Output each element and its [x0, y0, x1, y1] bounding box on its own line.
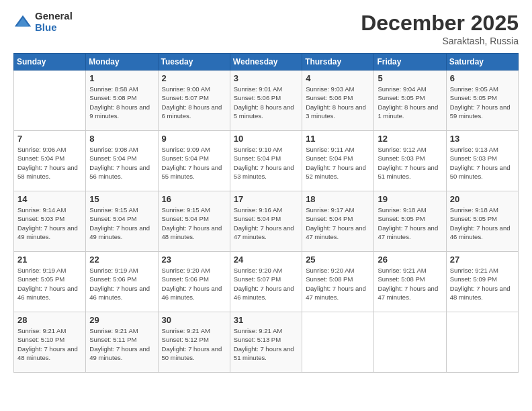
logo-blue: Blue [35, 22, 73, 34]
calendar-cell: 21Sunrise: 9:19 AMSunset: 5:05 PMDayligh… [14, 252, 86, 312]
day-info: Sunrise: 9:08 AMSunset: 5:04 PMDaylight:… [89, 145, 154, 181]
calendar-page: General Blue December 2025 Saraktash, Ru… [0, 0, 532, 411]
title-area: December 2025 Saraktash, Russia [361, 11, 519, 46]
calendar-cell: 29Sunrise: 9:21 AMSunset: 5:11 PMDayligh… [86, 312, 158, 373]
day-number: 25 [306, 255, 370, 265]
header-saturday: Saturday [446, 54, 518, 71]
calendar-cell: 24Sunrise: 9:20 AMSunset: 5:07 PMDayligh… [230, 252, 302, 312]
day-number: 28 [17, 315, 82, 325]
day-number: 20 [450, 194, 515, 204]
day-number: 16 [162, 194, 226, 204]
day-info: Sunrise: 9:12 AMSunset: 5:03 PMDaylight:… [378, 145, 442, 181]
logo-text: General Blue [35, 11, 73, 33]
day-info: Sunrise: 9:10 AMSunset: 5:04 PMDaylight:… [234, 145, 298, 181]
day-info: Sunrise: 9:13 AMSunset: 5:03 PMDaylight:… [450, 145, 515, 181]
day-number: 10 [234, 134, 298, 144]
header-monday: Monday [86, 54, 158, 71]
calendar-cell: 19Sunrise: 9:18 AMSunset: 5:05 PMDayligh… [374, 191, 446, 252]
calendar-cell: 4Sunrise: 9:03 AMSunset: 5:06 PMDaylight… [302, 71, 374, 131]
day-info: Sunrise: 9:03 AMSunset: 5:06 PMDaylight:… [306, 85, 370, 120]
day-number: 15 [89, 194, 154, 204]
day-number: 11 [306, 134, 370, 144]
calendar-cell: 1Sunrise: 8:58 AMSunset: 5:08 PMDaylight… [86, 71, 158, 131]
calendar-cell: 25Sunrise: 9:20 AMSunset: 5:08 PMDayligh… [302, 252, 374, 312]
calendar-header: Sunday Monday Tuesday Wednesday Thursday… [14, 54, 519, 71]
day-info: Sunrise: 9:14 AMSunset: 5:03 PMDaylight:… [17, 205, 82, 241]
logo-icon [13, 13, 32, 32]
calendar-cell: 22Sunrise: 9:19 AMSunset: 5:06 PMDayligh… [86, 252, 158, 312]
calendar-cell: 30Sunrise: 9:21 AMSunset: 5:12 PMDayligh… [158, 312, 230, 373]
calendar-cell [446, 312, 518, 373]
day-number: 18 [306, 194, 370, 204]
logo-general: General [35, 11, 73, 22]
day-info: Sunrise: 9:04 AMSunset: 5:05 PMDaylight:… [378, 85, 442, 120]
day-info: Sunrise: 9:21 AMSunset: 5:10 PMDaylight:… [17, 326, 82, 362]
month-title: December 2025 [361, 11, 519, 36]
calendar-table: Sunday Monday Tuesday Wednesday Thursday… [13, 53, 519, 373]
day-info: Sunrise: 9:21 AMSunset: 5:09 PMDaylight:… [450, 266, 515, 302]
header-wednesday: Wednesday [230, 54, 302, 71]
header-thursday: Thursday [302, 54, 374, 71]
header-tuesday: Tuesday [158, 54, 230, 71]
day-number: 23 [162, 255, 226, 265]
calendar-cell: 27Sunrise: 9:21 AMSunset: 5:09 PMDayligh… [446, 252, 518, 312]
calendar-cell: 9Sunrise: 9:09 AMSunset: 5:04 PMDaylight… [158, 131, 230, 191]
calendar-cell: 26Sunrise: 9:21 AMSunset: 5:08 PMDayligh… [374, 252, 446, 312]
calendar-cell: 18Sunrise: 9:17 AMSunset: 5:04 PMDayligh… [302, 191, 374, 252]
day-number: 17 [234, 194, 298, 204]
day-number: 27 [450, 255, 515, 265]
day-info: Sunrise: 9:20 AMSunset: 5:07 PMDaylight:… [234, 266, 298, 302]
day-number: 31 [234, 315, 298, 325]
day-info: Sunrise: 9:09 AMSunset: 5:04 PMDaylight:… [162, 145, 226, 181]
calendar-cell: 2Sunrise: 9:00 AMSunset: 5:07 PMDaylight… [158, 71, 230, 131]
calendar-cell: 17Sunrise: 9:16 AMSunset: 5:04 PMDayligh… [230, 191, 302, 252]
day-info: Sunrise: 9:21 AMSunset: 5:08 PMDaylight:… [378, 266, 442, 302]
header: General Blue December 2025 Saraktash, Ru… [13, 11, 519, 46]
day-number: 14 [17, 194, 82, 204]
header-sunday: Sunday [14, 54, 86, 71]
calendar-cell: 28Sunrise: 9:21 AMSunset: 5:10 PMDayligh… [14, 312, 86, 373]
calendar-cell [374, 312, 446, 373]
header-friday: Friday [374, 54, 446, 71]
day-number: 30 [162, 315, 226, 325]
calendar-cell: 12Sunrise: 9:12 AMSunset: 5:03 PMDayligh… [374, 131, 446, 191]
day-number: 2 [162, 73, 226, 83]
day-info: Sunrise: 9:17 AMSunset: 5:04 PMDaylight:… [306, 205, 370, 241]
day-info: Sunrise: 9:18 AMSunset: 5:05 PMDaylight:… [450, 205, 515, 241]
calendar-cell [14, 71, 86, 131]
logo: General Blue [13, 11, 73, 33]
day-number: 9 [162, 134, 226, 144]
day-number: 7 [17, 134, 82, 144]
location-subtitle: Saraktash, Russia [361, 36, 519, 46]
calendar-week-4: 21Sunrise: 9:19 AMSunset: 5:05 PMDayligh… [14, 252, 519, 312]
day-info: Sunrise: 9:18 AMSunset: 5:05 PMDaylight:… [378, 205, 442, 241]
calendar-cell: 13Sunrise: 9:13 AMSunset: 5:03 PMDayligh… [446, 131, 518, 191]
day-number: 1 [89, 73, 154, 83]
calendar-cell: 23Sunrise: 9:20 AMSunset: 5:06 PMDayligh… [158, 252, 230, 312]
day-number: 22 [89, 255, 154, 265]
day-number: 4 [306, 73, 370, 83]
calendar-cell: 8Sunrise: 9:08 AMSunset: 5:04 PMDaylight… [86, 131, 158, 191]
day-number: 6 [450, 73, 515, 83]
day-info: Sunrise: 9:20 AMSunset: 5:06 PMDaylight:… [162, 266, 226, 302]
day-number: 13 [450, 134, 515, 144]
calendar-cell: 6Sunrise: 9:05 AMSunset: 5:05 PMDaylight… [446, 71, 518, 131]
day-info: Sunrise: 9:21 AMSunset: 5:11 PMDaylight:… [89, 326, 154, 362]
calendar-week-1: 1Sunrise: 8:58 AMSunset: 5:08 PMDaylight… [14, 71, 519, 131]
calendar-cell: 7Sunrise: 9:06 AMSunset: 5:04 PMDaylight… [14, 131, 86, 191]
day-info: Sunrise: 9:16 AMSunset: 5:04 PMDaylight:… [234, 205, 298, 241]
day-number: 24 [234, 255, 298, 265]
day-info: Sunrise: 9:00 AMSunset: 5:07 PMDaylight:… [162, 85, 226, 120]
day-info: Sunrise: 9:21 AMSunset: 5:13 PMDaylight:… [234, 326, 298, 362]
calendar-week-2: 7Sunrise: 9:06 AMSunset: 5:04 PMDaylight… [14, 131, 519, 191]
calendar-cell: 5Sunrise: 9:04 AMSunset: 5:05 PMDaylight… [374, 71, 446, 131]
calendar-cell: 11Sunrise: 9:11 AMSunset: 5:04 PMDayligh… [302, 131, 374, 191]
calendar-cell: 31Sunrise: 9:21 AMSunset: 5:13 PMDayligh… [230, 312, 302, 373]
day-info: Sunrise: 9:21 AMSunset: 5:12 PMDaylight:… [162, 326, 226, 362]
day-number: 19 [378, 194, 442, 204]
day-number: 3 [234, 73, 298, 83]
calendar-week-5: 28Sunrise: 9:21 AMSunset: 5:10 PMDayligh… [14, 312, 519, 373]
day-info: Sunrise: 9:11 AMSunset: 5:04 PMDaylight:… [306, 145, 370, 181]
day-info: Sunrise: 9:05 AMSunset: 5:05 PMDaylight:… [450, 85, 515, 120]
calendar-cell: 14Sunrise: 9:14 AMSunset: 5:03 PMDayligh… [14, 191, 86, 252]
